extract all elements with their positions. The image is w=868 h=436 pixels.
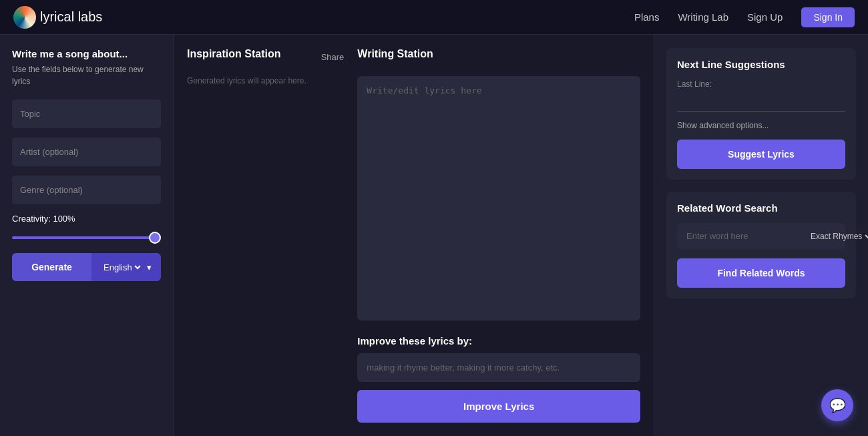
navbar: lyrical labs Plans Writing Lab Sign Up S… bbox=[0, 0, 868, 35]
left-panel-subtitle: Use the fields below to generate new lyr… bbox=[12, 63, 161, 87]
generate-button[interactable]: Generate bbox=[12, 253, 91, 281]
writing-header: Writing Station bbox=[357, 48, 640, 65]
writing-title: Writing Station bbox=[357, 48, 433, 60]
genre-input[interactable] bbox=[12, 176, 161, 204]
left-panel-title: Write me a song about... bbox=[12, 48, 161, 59]
logo-icon bbox=[13, 6, 36, 29]
main-layout: Write me a song about... Use the fields … bbox=[0, 35, 868, 436]
mid-panel: Inspiration Station Share Generated lyri… bbox=[174, 35, 654, 436]
word-search-section: Related Word Search Exact Rhymes Near Rh… bbox=[666, 192, 856, 298]
creativity-slider-container bbox=[12, 230, 161, 241]
logo-text: lyrical labs bbox=[40, 9, 102, 25]
advanced-options-link[interactable]: Show advanced options... bbox=[677, 121, 845, 130]
word-input-row: Exact Rhymes Near Rhymes Synonyms Antony… bbox=[677, 223, 845, 249]
language-dropdown[interactable]: English ▾ bbox=[91, 253, 161, 281]
share-link[interactable]: Share bbox=[321, 52, 345, 62]
two-col: Inspiration Station Share Generated lyri… bbox=[187, 48, 640, 423]
nav-plans[interactable]: Plans bbox=[634, 11, 660, 23]
artist-input[interactable] bbox=[12, 138, 161, 166]
last-line-input[interactable] bbox=[677, 93, 845, 112]
nav-writing-lab[interactable]: Writing Lab bbox=[678, 11, 728, 23]
inspiration-col: Inspiration Station Share Generated lyri… bbox=[187, 48, 344, 423]
right-panel: Next Line Suggestions Last Line: Show ad… bbox=[654, 35, 868, 436]
creativity-label: Creativity: 100% bbox=[12, 214, 161, 224]
last-line-label: Last Line: bbox=[677, 79, 845, 89]
topic-input[interactable] bbox=[12, 99, 161, 128]
improve-input[interactable] bbox=[357, 353, 640, 382]
rhyme-type-select[interactable]: Exact Rhymes Near Rhymes Synonyms Antony… bbox=[808, 231, 868, 242]
left-panel: Write me a song about... Use the fields … bbox=[0, 35, 174, 436]
suggest-lyrics-button[interactable]: Suggest Lyrics bbox=[677, 140, 845, 169]
next-line-section: Next Line Suggestions Last Line: Show ad… bbox=[666, 48, 856, 180]
nav-signup[interactable]: Sign Up bbox=[747, 11, 783, 23]
logo: lyrical labs bbox=[13, 6, 102, 29]
improve-button[interactable]: Improve Lyrics bbox=[357, 390, 640, 423]
improve-section: Improve these lyrics by: Improve Lyrics bbox=[357, 335, 640, 423]
inspiration-placeholder: Generated lyrics will appear here. bbox=[187, 76, 344, 85]
generate-row: Generate English ▾ bbox=[12, 253, 161, 281]
creativity-slider[interactable] bbox=[12, 236, 161, 239]
word-input[interactable] bbox=[682, 223, 803, 249]
next-line-title: Next Line Suggestions bbox=[677, 59, 845, 70]
chat-icon: 💬 bbox=[829, 397, 846, 413]
nav-links: Plans Writing Lab Sign Up Sign In bbox=[634, 7, 855, 27]
inspiration-title: Inspiration Station bbox=[187, 48, 280, 60]
writing-section: Writing Station Improve these lyrics by:… bbox=[357, 48, 640, 423]
writing-textarea[interactable] bbox=[357, 76, 640, 320]
inspiration-header: Inspiration Station Share bbox=[187, 48, 344, 65]
chevron-down-icon: ▾ bbox=[147, 262, 152, 272]
language-select[interactable]: English bbox=[101, 262, 143, 273]
find-related-words-button[interactable]: Find Related Words bbox=[677, 258, 845, 288]
word-search-title: Related Word Search bbox=[677, 202, 845, 214]
signin-button[interactable]: Sign In bbox=[801, 7, 855, 27]
improve-label: Improve these lyrics by: bbox=[357, 335, 640, 347]
chat-bubble[interactable]: 💬 bbox=[821, 389, 853, 421]
